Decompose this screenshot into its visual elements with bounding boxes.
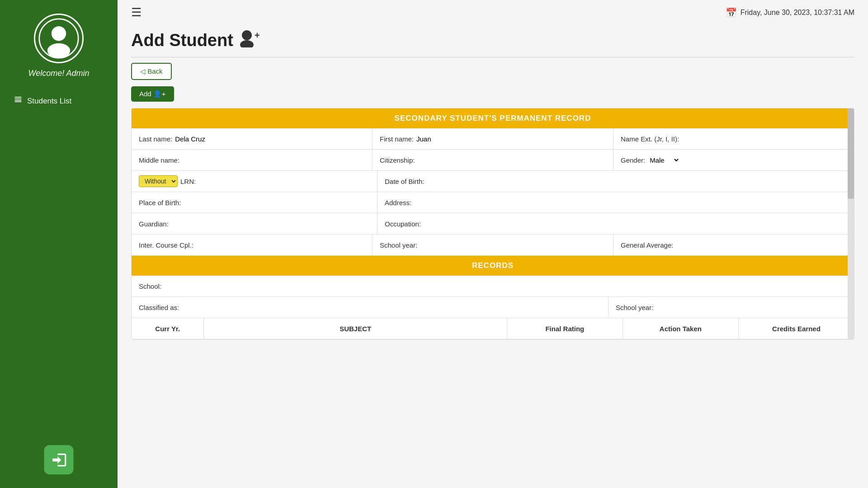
school-year-cell: School year:	[373, 235, 613, 255]
last-name-input[interactable]	[175, 135, 365, 143]
name-ext-label: Name Ext. (Jr, I, II):	[621, 135, 679, 143]
first-name-label: First name:	[380, 135, 414, 143]
lrn-label: LRN:	[180, 178, 196, 185]
form-card: SECONDARY STUDENT'S PERMANENT RECORD Las…	[131, 108, 854, 340]
classified-row: Classified as: School year:	[132, 297, 854, 318]
svg-rect-4	[15, 99, 22, 99]
inter-course-cell: Inter. Course Cpl.:	[132, 235, 373, 255]
school-year2-cell: School year:	[609, 297, 854, 318]
datetime-display: Friday, June 30, 2023, 10:37:31 AM	[741, 9, 854, 17]
svg-rect-6	[15, 101, 22, 102]
middle-name-cell: Middle name:	[132, 150, 373, 170]
last-name-label: Last name:	[139, 135, 172, 143]
form-row-3: Without With LRN: Date of Birth:	[132, 171, 854, 192]
lrn-cell: Without With LRN:	[132, 171, 377, 192]
classified-input[interactable]	[182, 304, 601, 311]
general-average-cell: General Average:	[613, 235, 854, 255]
inter-course-input[interactable]	[196, 241, 365, 249]
header-right: 📅 Friday, June 30, 2023, 10:37:31 AM	[726, 7, 854, 18]
school-input[interactable]	[164, 282, 847, 290]
dob-label: Date of Birth:	[385, 178, 425, 185]
form-row-5: Guardian: Occupation:	[132, 213, 854, 235]
scrollbar-thumb[interactable]	[848, 108, 854, 199]
final-rating-header: Final Rating	[507, 318, 623, 339]
school-cell: School:	[132, 276, 854, 296]
sidebar-item-label: Students List	[27, 97, 71, 106]
add-student-icon: +	[239, 29, 261, 52]
first-name-cell: First name:	[373, 128, 613, 149]
svg-point-1	[52, 26, 66, 41]
header-left: ☰	[131, 5, 142, 19]
scrollbar-track	[848, 108, 854, 339]
last-name-cell: Last name:	[132, 128, 373, 149]
section1-header: SECONDARY STUDENT'S PERMANENT RECORD	[132, 108, 854, 128]
classified-as-label: Classified as:	[139, 304, 179, 311]
citizenship-cell: Citizenship:	[373, 150, 613, 170]
form-row-6: Inter. Course Cpl.: School year: General…	[132, 235, 854, 256]
hamburger-menu[interactable]: ☰	[131, 5, 142, 19]
main-content: ☰ 📅 Friday, June 30, 2023, 10:37:31 AM A…	[118, 0, 868, 488]
gender-label: Gender:	[621, 156, 645, 164]
gender-cell: Gender: Male Female	[613, 150, 854, 170]
back-button[interactable]: ◁ Back	[131, 63, 172, 80]
dob-cell: Date of Birth:	[377, 171, 854, 192]
inter-course-label: Inter. Course Cpl.:	[139, 241, 193, 249]
school-label: School:	[139, 282, 161, 290]
citizenship-input[interactable]	[418, 156, 606, 164]
name-ext-cell: Name Ext. (Jr, I, II):	[613, 128, 854, 149]
occupation-input[interactable]	[424, 220, 847, 228]
school-year2-input[interactable]	[656, 304, 847, 311]
list-icon	[14, 95, 23, 107]
citizenship-label: Citizenship:	[380, 156, 415, 164]
action-taken-header: Action Taken	[623, 318, 739, 339]
lrn-input[interactable]	[198, 178, 370, 185]
sidebar-logout	[44, 445, 74, 474]
school-year2-label: School year:	[616, 304, 653, 311]
add-button-row: Add 👤+	[131, 86, 854, 102]
middle-name-label: Middle name:	[139, 156, 179, 164]
guardian-cell: Guardian:	[132, 213, 377, 234]
school-year-label: School year:	[380, 241, 417, 249]
add-button[interactable]: Add 👤+	[131, 86, 174, 102]
school-row: School:	[132, 276, 854, 297]
address-cell: Address:	[377, 192, 854, 213]
occupation-label: Occupation:	[385, 220, 421, 228]
sidebar-item-students-list[interactable]: Students List	[9, 92, 108, 110]
address-input[interactable]	[414, 199, 847, 206]
credits-earned-header: Credits Earned	[739, 318, 854, 339]
general-average-input[interactable]	[676, 241, 847, 249]
first-name-input[interactable]	[416, 135, 606, 143]
dob-input[interactable]	[427, 178, 847, 185]
section2-header: RECORDS	[132, 256, 854, 276]
form-row-2: Middle name: Citizenship: Gender: Male F…	[132, 150, 854, 171]
action-buttons: ◁ Back	[131, 63, 854, 80]
place-of-birth-label: Place of Birth:	[139, 199, 181, 206]
name-ext-input[interactable]	[682, 135, 847, 143]
sidebar: Welcome! Admin Students List	[0, 0, 118, 488]
svg-rect-5	[15, 100, 22, 101]
occupation-cell: Occupation:	[377, 213, 854, 234]
guardian-input[interactable]	[171, 220, 370, 228]
sidebar-nav: Students List	[9, 92, 108, 110]
logout-button[interactable]	[44, 445, 74, 474]
svg-point-7	[242, 30, 252, 40]
gender-select[interactable]: Male Female	[648, 156, 680, 164]
general-average-label: General Average:	[621, 241, 673, 249]
address-label: Address:	[385, 199, 411, 206]
school-year-input[interactable]	[420, 241, 606, 249]
calendar-icon: 📅	[726, 7, 737, 18]
header: ☰ 📅 Friday, June 30, 2023, 10:37:31 AM	[118, 0, 868, 25]
avatar	[34, 14, 84, 63]
middle-name-input[interactable]	[182, 156, 365, 164]
place-of-birth-cell: Place of Birth:	[132, 192, 377, 213]
guardian-label: Guardian:	[139, 220, 169, 228]
title-divider	[131, 57, 854, 57]
curr-yr-header: Curr Yr.	[132, 318, 204, 339]
lrn-dropdown[interactable]: Without With	[139, 175, 178, 187]
form-row-1: Last name: First name: Name Ext. (Jr, I,…	[132, 128, 854, 150]
page-title-area: Add Student +	[118, 25, 868, 52]
content-area: ◁ Back Add 👤+ SECONDARY STUDENT'S PERMAN…	[118, 63, 868, 353]
place-of-birth-input[interactable]	[184, 199, 370, 206]
svg-rect-3	[15, 97, 22, 98]
page-title: Add Student	[131, 31, 233, 50]
